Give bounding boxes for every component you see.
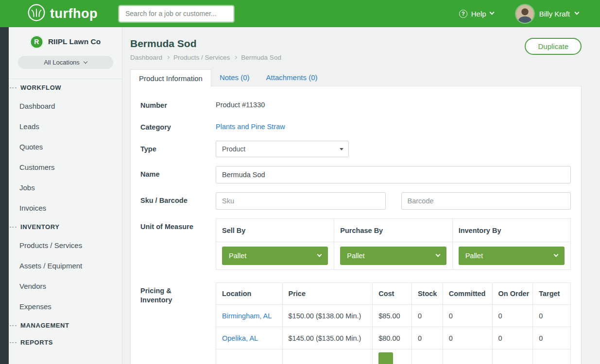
sidebar-item-vendors[interactable]: Vendors (9, 276, 122, 297)
breadcrumb: Dashboard Products / Services Bermuda So… (130, 54, 281, 61)
sidebar-item-jobs[interactable]: Jobs (9, 178, 122, 198)
topbar-right: ? Help Billy Kraft (459, 5, 579, 23)
chevron-down-icon (317, 252, 322, 257)
sidebar-item-leads[interactable]: Leads (9, 116, 122, 137)
pricing-inventory-row: Pricing & Inventory Location Price Cost … (140, 282, 571, 364)
col-price: Price (282, 283, 373, 305)
product-information-card: Number Product #11330 Category Plants an… (130, 86, 582, 364)
location-link-birmingham[interactable]: Birmingham, AL (222, 312, 272, 320)
type-select[interactable]: Product (216, 141, 349, 157)
tab-product-information[interactable]: Product Information (130, 69, 211, 86)
sidebar-item-quotes[interactable]: Quotes (9, 137, 122, 157)
help-menu[interactable]: ? Help (459, 10, 494, 18)
tab-notes[interactable]: Notes (0) (211, 69, 258, 86)
chevron-down-icon (435, 252, 440, 257)
col-location: Location (216, 283, 283, 305)
target-cell: 0 (533, 327, 571, 349)
uom-col-inventory-by: Inventory By (452, 219, 570, 242)
inventory-by-value: Pallet (465, 252, 483, 260)
col-target: Target (533, 283, 571, 305)
company-logo-badge: R (30, 35, 43, 49)
user-name: Billy Kraft (539, 10, 570, 18)
sidebar: R RIIPL Lawn Co All Locations WORKFLOW D… (9, 27, 122, 364)
chevron-down-icon (84, 60, 87, 64)
main-content: Bermuda Sod Dashboard Products / Service… (122, 27, 600, 364)
uom-table: Sell By Purchase By Inventory By Pallet (216, 218, 571, 270)
sidebar-item-dashboard[interactable]: Dashboard (9, 96, 122, 116)
breadcrumb-current: Bermuda Sod (241, 54, 281, 61)
category-row: Category Plants and Pine Straw (140, 119, 571, 132)
sidebar-item-customers[interactable]: Customers (9, 157, 122, 178)
nav-section-inventory[interactable]: INVENTORY (9, 218, 122, 235)
sidebar-item-expenses[interactable]: Expenses (9, 297, 122, 317)
section-dash-icon (10, 87, 17, 88)
left-rail (0, 27, 9, 364)
sidebar-item-invoices[interactable]: Invoices (9, 198, 122, 218)
on-order-cell: 0 (492, 305, 533, 327)
sell-by-value: Pallet (229, 252, 246, 260)
company-row: R RIIPL Lawn Co (9, 34, 122, 50)
stock-cell: 0 (411, 327, 443, 349)
category-link[interactable]: Plants and Pine Straw (216, 119, 285, 132)
duplicate-button[interactable]: Duplicate (525, 38, 582, 55)
page-title: Bermuda Sod (130, 38, 281, 50)
committed-cell: 0 (443, 305, 492, 327)
stock-cell: 0 (411, 305, 443, 327)
col-stock: Stock (411, 283, 443, 305)
user-menu[interactable]: Billy Kraft (516, 5, 579, 23)
nav-section-label: WORKFLOW (20, 84, 61, 91)
type-label: Type (140, 141, 216, 157)
company-name: RIIPL Lawn Co (48, 37, 101, 46)
col-cost: Cost (373, 283, 412, 305)
sprinkler-icon (27, 3, 46, 24)
purchase-by-dropdown[interactable]: Pallet (340, 247, 446, 265)
uom-col-purchase-by: Purchase By (334, 219, 452, 242)
committed-cell: 0 (443, 327, 492, 349)
partial-green-control[interactable] (378, 352, 393, 364)
sell-by-dropdown[interactable]: Pallet (222, 247, 328, 265)
pricing-row: Opelika, AL $145.00 ($135.00 Min.) $80.0… (216, 327, 571, 349)
purchase-by-value: Pallet (347, 252, 364, 260)
sku-input[interactable] (216, 192, 386, 210)
nav-section-label: REPORTS (20, 339, 53, 346)
sidebar-nav: WORKFLOW Dashboard Leads Quotes Customer… (9, 79, 122, 351)
breadcrumb-dashboard[interactable]: Dashboard (130, 54, 162, 61)
barcode-input[interactable] (401, 192, 571, 210)
help-label: Help (471, 10, 486, 18)
sidebar-item-assets-equipment[interactable]: Assets / Equipment (9, 256, 122, 276)
nav-section-label: INVENTORY (20, 223, 60, 231)
section-dash-icon (10, 342, 17, 343)
target-cell: 0 (533, 305, 571, 327)
sidebar-item-products-services[interactable]: Products / Services (9, 235, 122, 256)
name-row: Name (140, 166, 571, 183)
nav-section-reports[interactable]: REPORTS (9, 334, 122, 351)
pricing-row-partial (216, 349, 571, 364)
locations-dropdown[interactable]: All Locations (18, 56, 113, 69)
nav-section-workflow[interactable]: WORKFLOW (9, 79, 122, 96)
app-logo[interactable]: turfhop (27, 3, 98, 24)
cost-cell: $80.00 (373, 327, 412, 349)
breadcrumb-products-services[interactable]: Products / Services (173, 54, 230, 61)
number-row: Number Product #11330 (140, 97, 571, 110)
location-link-opelika[interactable]: Opelika, AL (222, 334, 258, 342)
chevron-right-icon (234, 56, 237, 59)
caret-down-icon (340, 148, 343, 150)
name-input[interactable] (216, 166, 571, 183)
price-cell: $150.00 ($138.00 Min.) (282, 305, 373, 327)
search-input[interactable] (119, 6, 234, 22)
chevron-down-icon (554, 252, 559, 257)
tab-attachments[interactable]: Attachments (0) (258, 69, 326, 86)
category-label: Category (140, 119, 216, 132)
chevron-right-icon (166, 56, 170, 59)
pricing-table: Location Price Cost Stock Committed On O… (216, 282, 571, 364)
col-on-order: On Order (492, 283, 533, 305)
nav-section-label: MANAGEMENT (20, 322, 69, 329)
sku-label: Sku / Barcode (140, 192, 216, 210)
nav-section-management[interactable]: MANAGEMENT (9, 317, 122, 334)
uom-label: Unit of Measure (140, 218, 216, 270)
pricing-row: Birmingham, AL $150.00 ($138.00 Min.) $8… (216, 305, 571, 327)
uom-col-sell-by: Sell By (216, 219, 334, 242)
inventory-by-dropdown[interactable]: Pallet (459, 247, 565, 265)
price-cell: $145.00 ($135.00 Min.) (282, 327, 373, 349)
number-value: Product #11330 (216, 97, 265, 110)
